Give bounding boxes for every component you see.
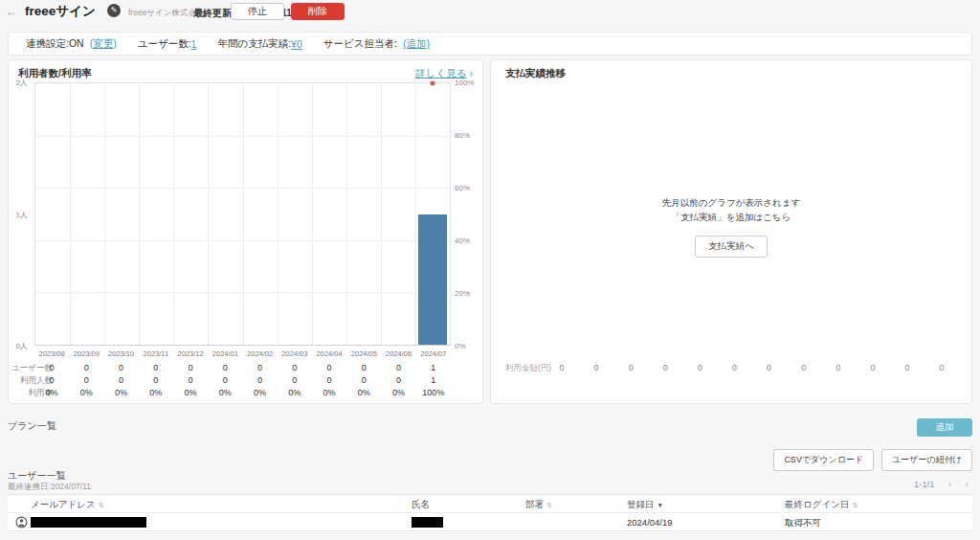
usage-stats-table: 2023/082023/092023/102023/112023/122024/… <box>9 349 484 403</box>
stat-value: 0% <box>149 388 162 397</box>
stat-value: 0 <box>257 375 262 385</box>
add-plan-button[interactable]: 追加 <box>917 418 972 437</box>
stat-row-label: ユーザー数 <box>9 363 53 374</box>
user-section-title: ユーザー一覧 <box>8 469 65 483</box>
amount-value: 0 <box>698 363 702 372</box>
stat-value: 0% <box>46 388 58 397</box>
sort-icon: ⇅ <box>546 502 552 508</box>
annual-payment-link[interactable]: ¥0 <box>291 38 302 50</box>
gridline <box>312 83 313 345</box>
amount-value: 0 <box>835 363 840 372</box>
stat-value: 0 <box>223 363 228 372</box>
amount-value: 0 <box>732 363 737 372</box>
integration-status: 連携設定:ON <box>26 37 84 51</box>
pagination-next-icon[interactable]: › <box>965 478 969 489</box>
pencil-icon: ✎ <box>111 7 118 14</box>
edit-title-button[interactable]: ✎ <box>107 4 121 17</box>
column-label: 登録日 <box>627 499 655 509</box>
y-axis-tick: 2人 <box>16 78 28 88</box>
usage-detail-link-text[interactable]: 詳しく見る <box>415 67 466 79</box>
column-header-last-login[interactable]: 最終ログイン日⇅ <box>785 495 858 514</box>
amount-value: 0 <box>801 363 806 372</box>
stop-button[interactable]: 停止 <box>231 3 284 20</box>
column-label: メールアドレス <box>31 499 96 509</box>
stat-value: 0 <box>292 375 297 385</box>
gridline <box>208 83 209 345</box>
y-axis-tick: 20% <box>455 289 470 298</box>
usage-right-axis: 100%80%60%40%20%0% <box>455 82 483 346</box>
gridline <box>346 83 347 345</box>
stat-value: 0 <box>327 375 332 385</box>
stat-value: 0 <box>153 375 158 385</box>
integration-info-bar: 連携設定:ON (変更) ユーザー数: 1 年間の支払実績: ¥0 サービス担当… <box>8 32 972 56</box>
service-manager-add-link[interactable]: (追加) <box>403 37 430 51</box>
user-actions: CSVでダウンロード ユーザーの紐付け <box>773 449 972 471</box>
month-label: 2023/08 <box>39 349 65 358</box>
column-header-name[interactable]: 氏名 <box>412 495 433 514</box>
csv-download-button[interactable]: CSVでダウンロード <box>773 449 874 471</box>
gridline <box>278 83 278 345</box>
user-count-label: ユーザー数: <box>138 37 191 51</box>
payment-panel: 支払実績推移 先月以前のグラフが表示されます 「支払実績」を追加はこちら 支払実… <box>490 59 972 404</box>
stat-value: 0 <box>119 363 123 372</box>
payment-amount-row: 利用金額(円) 000000000000 <box>491 363 973 376</box>
gridline <box>104 83 105 345</box>
stat-value: 0 <box>189 375 193 385</box>
column-header-email[interactable]: メールアドレス⇅ <box>31 495 104 514</box>
stat-value: 0 <box>84 363 89 372</box>
stat-value: 0 <box>153 363 158 372</box>
user-mapping-button[interactable]: ユーザーの紐付け <box>881 449 972 471</box>
service-manager-label: サービス担当者: <box>323 37 397 51</box>
chevron-right-icon: › <box>470 67 474 79</box>
gridline <box>139 83 140 345</box>
month-label: 2024/07 <box>420 349 446 358</box>
pagination-range: 1-1/1 <box>914 479 935 489</box>
usage-panel: 利用者数/利用率 詳しく見る › 2人1人0人 100%80%60%40%20%… <box>8 59 483 404</box>
month-label: 2024/05 <box>351 349 377 358</box>
column-header-department[interactable]: 部署⇅ <box>525 495 552 514</box>
user-avatar-icon <box>15 516 28 529</box>
amount-value: 0 <box>904 363 909 372</box>
gridline <box>415 83 416 345</box>
stat-value: 0 <box>84 375 89 385</box>
month-label: 2024/03 <box>281 349 307 358</box>
stat-value: 0 <box>396 375 401 385</box>
column-header-registered[interactable]: 登録日▼ <box>627 495 663 514</box>
stat-value: 0 <box>362 363 367 372</box>
stat-value: 0% <box>185 388 197 397</box>
pagination-prev-icon[interactable]: ‹ <box>948 478 952 489</box>
stat-value: 0% <box>288 388 301 397</box>
y-axis-tick: 1人 <box>16 209 28 219</box>
go-to-payment-button[interactable]: 支払実績へ <box>695 236 768 258</box>
stat-value: 0 <box>119 375 123 385</box>
sort-icon: ⇅ <box>852 502 858 508</box>
pagination: 1-1/1 ‹ › <box>914 478 969 489</box>
page-title: freeeサイン <box>25 3 96 20</box>
back-arrow-icon[interactable]: ← <box>6 5 17 18</box>
stat-value: 1 <box>431 375 435 385</box>
column-label: 氏名 <box>412 499 430 509</box>
amount-value: 0 <box>767 363 771 372</box>
column-label: 最終ログイン日 <box>785 499 849 509</box>
month-label: 2024/06 <box>386 349 412 358</box>
stat-value: 0 <box>327 363 332 372</box>
delete-button[interactable]: 削除 <box>291 3 345 20</box>
stat-value: 0 <box>257 363 262 372</box>
stat-value: 0 <box>50 363 55 372</box>
user-count-link[interactable]: 1 <box>191 38 197 50</box>
payment-empty-state: 先月以前のグラフが表示されます 「支払実績」を追加はこちら 支払実績へ <box>491 196 971 258</box>
amount-value: 0 <box>940 363 945 372</box>
stat-value: 100% <box>422 388 444 397</box>
stat-value: 0% <box>80 388 93 397</box>
stat-value: 0% <box>115 388 127 397</box>
stat-value: 0 <box>292 363 297 372</box>
integration-change-link[interactable]: (変更) <box>90 37 117 51</box>
gridline <box>243 83 244 345</box>
plan-section-title: プラン一覧 <box>8 419 56 433</box>
stat-value: 0% <box>323 388 336 397</box>
y-axis-tick: 40% <box>455 236 470 245</box>
stat-value: 0% <box>392 388 405 397</box>
stat-value: 0% <box>219 388 232 397</box>
cell-registered-date: 2024/04/19 <box>627 513 673 531</box>
user-table-row[interactable]: 2024/04/19 取得不可 <box>8 513 972 531</box>
